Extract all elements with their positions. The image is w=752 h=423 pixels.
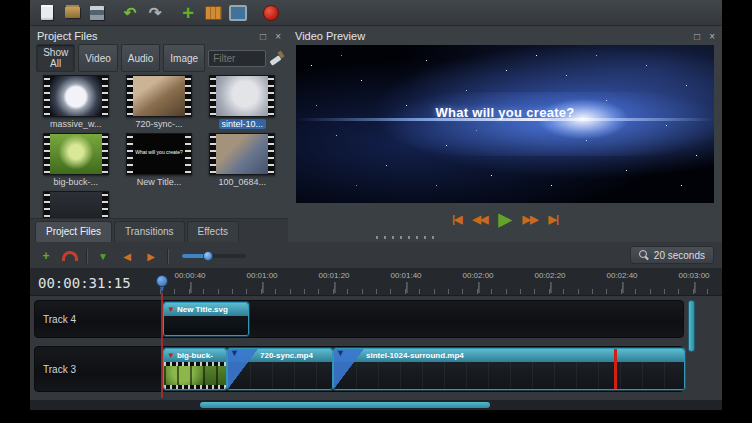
project-files-title: Project Files bbox=[37, 30, 98, 42]
timeline-clip[interactable]: ▼big-buck- bbox=[163, 348, 227, 390]
choose-profile-icon[interactable] bbox=[204, 4, 222, 22]
clip-header: ▼New Title.svg bbox=[164, 303, 248, 316]
filter-audio-button[interactable]: Audio bbox=[121, 44, 161, 72]
horizontal-scrollbar-thumb[interactable] bbox=[200, 402, 490, 408]
clip-body bbox=[334, 362, 684, 389]
tab-effects[interactable]: Effects bbox=[187, 221, 239, 242]
clip-label: big-buck- bbox=[177, 351, 213, 360]
file-label: big-buck-... bbox=[50, 177, 101, 187]
ruler-scale: 00:00:4000:01:0000:01:2000:01:4000:02:00… bbox=[160, 268, 722, 295]
project-file-item[interactable]: big-buck-... bbox=[36, 133, 116, 187]
ruler-label: 00:01:00 bbox=[246, 271, 277, 280]
lens-flare-glow bbox=[296, 92, 714, 155]
rewind-button[interactable]: ◀◀ bbox=[473, 213, 488, 226]
playhead-line bbox=[161, 293, 163, 398]
redo-icon[interactable]: ↷ bbox=[146, 4, 164, 22]
clear-filter-icon[interactable] bbox=[269, 50, 284, 66]
project-file-item[interactable] bbox=[36, 191, 116, 218]
file-label: 100_0684... bbox=[216, 177, 270, 187]
video-overlay-text: What will you create? bbox=[296, 105, 714, 120]
playhead-marker[interactable] bbox=[156, 275, 168, 287]
filter-buttons: Show AllVideoAudioImage bbox=[36, 44, 205, 72]
filter-row: Show AllVideoAudioImage bbox=[36, 48, 284, 68]
filter-input[interactable] bbox=[208, 50, 266, 67]
transition-arrow-icon: ▼ bbox=[230, 349, 239, 358]
video-preview-panel: Video Preview □ × What will you create? … bbox=[288, 26, 722, 242]
play-button[interactable]: ▶ bbox=[498, 209, 511, 230]
track-name: Track 4 bbox=[43, 314, 76, 325]
screen: ↶↷+ Project Files □ × Show AllVideoAudio… bbox=[0, 0, 752, 423]
clip-marker-icon: ▼ bbox=[167, 306, 175, 314]
file-thumbnail bbox=[209, 75, 275, 117]
file-label: 720-sync-... bbox=[132, 119, 185, 129]
clip-label: sintel-1024-surround.mp4 bbox=[366, 351, 464, 360]
export-video-icon[interactable] bbox=[262, 4, 280, 22]
fullscreen-icon[interactable] bbox=[229, 4, 247, 22]
transition-arrow-icon: ▼ bbox=[336, 349, 345, 358]
previous-marker-icon[interactable]: ◀ bbox=[119, 248, 135, 264]
import-files-icon[interactable]: + bbox=[179, 4, 197, 22]
timeline-toolbar: +▼◀▶ bbox=[30, 244, 632, 268]
project-file-item[interactable]: massive_w... bbox=[36, 75, 116, 129]
video-preview-title: Video Preview bbox=[295, 30, 365, 42]
ruler-label: 00:03:00 bbox=[678, 271, 709, 280]
close-icon[interactable]: × bbox=[709, 31, 715, 42]
project-file-item[interactable]: 720-sync-... bbox=[119, 75, 199, 129]
open-project-icon[interactable] bbox=[63, 4, 81, 22]
tab-project-files[interactable]: Project Files bbox=[35, 221, 112, 242]
horizontal-scrollbar-track[interactable] bbox=[30, 400, 722, 410]
vertical-scrollbar[interactable] bbox=[688, 300, 695, 352]
project-files-panel: Project Files □ × Show AllVideoAudioImag… bbox=[30, 26, 288, 218]
project-file-item[interactable]: What will you create?New Title... bbox=[119, 133, 199, 187]
tab-transitions[interactable]: Transitions bbox=[114, 221, 185, 242]
clip-label: 720-sync.mp4 bbox=[260, 351, 313, 360]
file-thumbnail bbox=[43, 75, 109, 117]
transition-overlay[interactable]: ▼ bbox=[228, 349, 258, 389]
timeline-clip[interactable]: ▼New Title.svg bbox=[163, 302, 249, 336]
timeline-clip[interactable]: 720-sync.mp4▼ bbox=[227, 348, 333, 390]
project-files-header: Project Files □ × bbox=[30, 26, 288, 45]
ruler-label: 00:02:40 bbox=[606, 271, 637, 280]
tracks-area: Track 4▼New Title.svgTrack 3▼big-buck-72… bbox=[30, 296, 722, 400]
jump-to-start-button[interactable]: |◀ bbox=[452, 213, 462, 226]
undock-icon[interactable]: □ bbox=[694, 31, 700, 42]
jump-to-end-button[interactable]: ▶| bbox=[548, 213, 558, 226]
video-preview-dock-icons: □ × bbox=[688, 30, 715, 42]
zoom-slider-knob[interactable] bbox=[203, 251, 213, 261]
zoom-level[interactable]: 20 seconds bbox=[630, 246, 714, 264]
dock-tabs: Project FilesTransitionsEffects bbox=[30, 218, 288, 242]
video-canvas[interactable]: What will you create? bbox=[296, 45, 714, 203]
file-label: New Title... bbox=[134, 177, 185, 187]
new-project-icon[interactable] bbox=[38, 4, 56, 22]
thumbnail-grid: massive_w...720-sync-...sintel-10...big-… bbox=[32, 71, 286, 218]
fast-forward-button[interactable]: ▶▶ bbox=[523, 213, 538, 226]
snapping-icon[interactable] bbox=[62, 248, 78, 264]
save-project-icon[interactable] bbox=[88, 4, 106, 22]
file-thumbnail: What will you create? bbox=[126, 133, 192, 175]
file-thumbnail bbox=[43, 133, 109, 175]
clip-body bbox=[164, 316, 248, 335]
file-thumbnail bbox=[209, 133, 275, 175]
project-file-item[interactable]: sintel-10... bbox=[202, 75, 282, 129]
toolbar-separator bbox=[86, 249, 87, 264]
close-icon[interactable]: × bbox=[275, 31, 281, 42]
undo-icon[interactable]: ↶ bbox=[121, 4, 139, 22]
toolbar-separator bbox=[167, 249, 168, 264]
filter-video-button[interactable]: Video bbox=[78, 44, 117, 72]
playhead-time: 00:00:31:15 bbox=[38, 275, 131, 291]
clip-body bbox=[164, 362, 226, 389]
undock-icon[interactable]: □ bbox=[260, 31, 266, 42]
splitter-handle[interactable] bbox=[376, 236, 436, 239]
track-row[interactable]: Track 3▼big-buck-720-sync.mp4▼sintel-102… bbox=[34, 346, 684, 392]
transition-overlay[interactable]: ▼ bbox=[334, 349, 364, 389]
next-marker-icon[interactable]: ▶ bbox=[143, 248, 159, 264]
filter-show-all-button[interactable]: Show All bbox=[36, 44, 75, 72]
filter-image-button[interactable]: Image bbox=[163, 44, 205, 72]
track-row[interactable]: Track 4▼New Title.svg bbox=[34, 300, 684, 338]
project-file-item[interactable]: 100_0684... bbox=[202, 133, 282, 187]
add-marker-icon[interactable]: ▼ bbox=[95, 248, 111, 264]
timeline-ruler[interactable]: 00:00:31:15 00:00:4000:01:0000:01:2000:0… bbox=[30, 268, 722, 296]
timeline-clip[interactable]: sintel-1024-surround.mp4▼ bbox=[333, 348, 685, 390]
zoom-slider[interactable] bbox=[182, 254, 246, 258]
add-track-icon[interactable]: + bbox=[38, 248, 54, 264]
